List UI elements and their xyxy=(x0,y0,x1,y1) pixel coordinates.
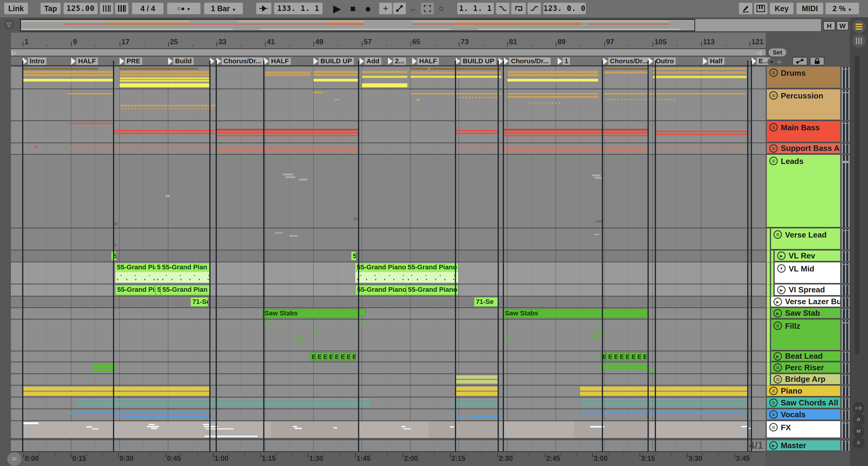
clip-b[interactable]: B xyxy=(345,352,350,361)
group-menu-icon[interactable]: ≡ xyxy=(769,123,778,132)
clip[interactable] xyxy=(594,338,597,339)
clip[interactable] xyxy=(456,130,498,132)
clip[interactable] xyxy=(504,149,648,151)
play-icon[interactable]: ▶ xyxy=(769,441,778,449)
clip[interactable] xyxy=(147,426,159,427)
locator-pre[interactable]: PRE xyxy=(120,57,142,65)
clip[interactable] xyxy=(604,99,677,100)
clip[interactable] xyxy=(294,337,307,338)
clip[interactable] xyxy=(483,335,484,336)
clip[interactable] xyxy=(653,76,747,78)
track-header-saw-chords-all[interactable]: ≡Saw Chords All xyxy=(767,398,840,408)
track-header-fx[interactable]: ≡FX xyxy=(767,421,840,438)
clip[interactable] xyxy=(580,392,747,396)
clip[interactable] xyxy=(23,71,114,73)
set-locator-button[interactable]: Set xyxy=(769,49,786,56)
track-header-percussion[interactable]: ≡Percussion xyxy=(767,89,840,120)
clip[interactable] xyxy=(121,108,215,109)
clip[interactable] xyxy=(507,79,598,82)
clip[interactable] xyxy=(455,387,498,390)
clip[interactable] xyxy=(120,80,211,82)
clip[interactable] xyxy=(453,405,499,406)
clip[interactable] xyxy=(265,74,310,76)
clip[interactable] xyxy=(580,387,747,390)
clip-55-grand-piar[interactable]: 55-Grand Piar xyxy=(115,285,155,295)
clip-saw-stabs[interactable]: Saw Stabs xyxy=(503,309,648,318)
clip[interactable] xyxy=(504,129,648,130)
clip[interactable] xyxy=(86,426,92,428)
clip-b[interactable]: B xyxy=(624,352,629,361)
clip-55-grand-piano[interactable]: 55-Grand Piano xyxy=(355,285,406,295)
clip[interactable] xyxy=(410,68,427,70)
clip[interactable] xyxy=(604,93,745,94)
clip[interactable] xyxy=(23,392,210,396)
locator-half[interactable]: HALF xyxy=(71,57,98,65)
play-icon[interactable]: ▶ xyxy=(774,352,782,360)
clip[interactable] xyxy=(263,323,273,324)
track-header-bridge-arp[interactable]: ≡Bridge Arp xyxy=(771,374,840,385)
clip-b[interactable]: B xyxy=(600,352,606,361)
track-header-drums[interactable]: ≡Drums xyxy=(767,67,840,88)
clip-b[interactable]: B xyxy=(630,352,635,361)
locator-build-up[interactable]: BUILD UP xyxy=(456,57,496,65)
clip[interactable] xyxy=(92,429,98,430)
locator-half[interactable]: HALF xyxy=(412,57,439,65)
clip[interactable] xyxy=(120,71,211,73)
bar-ruler[interactable]: 191725334149576573818997105113121 xyxy=(11,33,766,49)
clip[interactable] xyxy=(456,147,648,148)
group-menu-icon[interactable]: ≡ xyxy=(774,321,782,330)
locator[interactable] xyxy=(210,57,214,65)
clip[interactable] xyxy=(215,129,358,130)
clip-b[interactable]: B xyxy=(641,352,647,361)
track-header-leads[interactable]: ≡Leads xyxy=(767,155,840,228)
quantize-menu[interactable]: 1 Bar ▼ xyxy=(204,3,243,14)
time-ruler[interactable]: 0:000:150:300:451:001:151:301:452:002:15… xyxy=(11,452,766,466)
fold-icon[interactable]: ▼ xyxy=(777,264,786,273)
clip[interactable] xyxy=(76,401,210,402)
clip[interactable] xyxy=(23,423,38,424)
play-icon[interactable]: ▶ xyxy=(777,286,786,294)
play-icon[interactable]: ▶ xyxy=(777,252,786,260)
clip[interactable] xyxy=(76,405,210,406)
clip[interactable] xyxy=(68,123,114,124)
height-zoom-button[interactable]: H xyxy=(823,21,835,30)
key-map-button[interactable]: Key xyxy=(770,3,794,14)
clip[interactable] xyxy=(600,365,648,370)
locator-half[interactable]: HALF xyxy=(264,57,291,65)
tap-tempo-button[interactable]: Tap xyxy=(40,3,61,14)
clip[interactable] xyxy=(391,323,392,324)
clip[interactable] xyxy=(215,132,358,134)
clip-55-grand-pian[interactable]: 55-Grand Pian xyxy=(160,263,210,283)
link-tracks-button[interactable] xyxy=(792,57,807,65)
clip[interactable] xyxy=(596,220,602,223)
track-header-main-bass[interactable]: ≡Main Bass xyxy=(767,121,840,142)
clip[interactable] xyxy=(507,93,598,94)
tempo-field[interactable]: 125.00 xyxy=(64,3,97,14)
track-header-support-bass-all[interactable]: ≡Support Bass All xyxy=(767,143,840,154)
punch-in-button[interactable] xyxy=(496,3,509,14)
locator[interactable] xyxy=(498,57,503,65)
clip[interactable] xyxy=(120,68,198,70)
clip[interactable] xyxy=(68,93,114,94)
clip[interactable] xyxy=(166,195,170,197)
locator-build-up[interactable]: BUILD UP xyxy=(313,57,354,65)
play-icon[interactable]: ▶ xyxy=(774,297,782,306)
clip-b[interactable]: B xyxy=(606,352,612,361)
clip[interactable] xyxy=(453,399,499,400)
clip[interactable] xyxy=(403,429,411,429)
loop-start-field[interactable]: 1. 1. 1 xyxy=(457,3,494,14)
clip-5[interactable]: 5 xyxy=(351,252,356,261)
clip[interactable] xyxy=(109,416,124,417)
clip-55-grand-piano[interactable]: 55-Grand Piano xyxy=(406,263,458,283)
clip[interactable] xyxy=(604,71,648,74)
clip[interactable] xyxy=(76,399,210,400)
track-header-vi-spread[interactable]: ▶VI Spread xyxy=(775,285,840,296)
clip[interactable] xyxy=(507,96,598,97)
width-zoom-button[interactable]: W xyxy=(837,21,848,30)
clip[interactable] xyxy=(580,403,747,404)
clip[interactable] xyxy=(430,68,501,70)
clip[interactable] xyxy=(93,364,116,367)
link-button[interactable]: Link xyxy=(4,3,28,14)
group-menu-icon[interactable]: ≡ xyxy=(769,157,778,165)
clip[interactable] xyxy=(578,329,579,330)
